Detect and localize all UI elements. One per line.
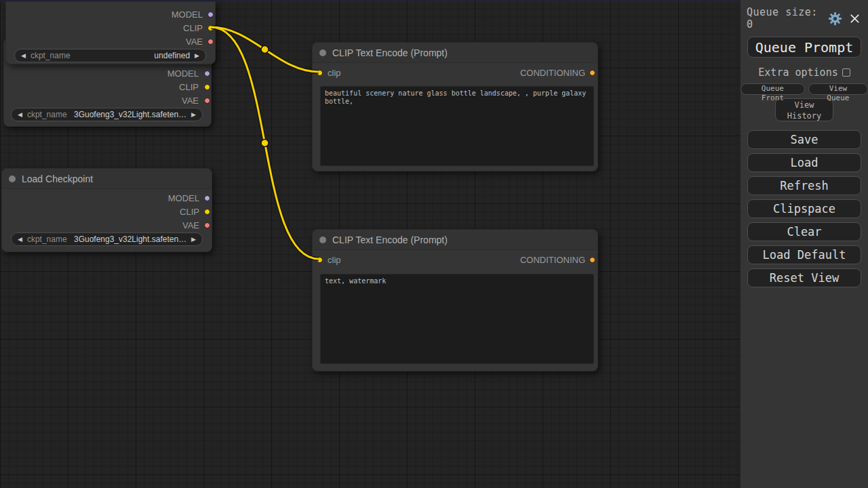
output-slot-vae[interactable]: VAE xyxy=(2,218,212,232)
node-clip-text-encode-positive[interactable]: CLIP Text Encode (Prompt) clip CONDITION… xyxy=(312,42,598,171)
view-history-label-line1: View xyxy=(776,100,833,111)
queue-size-label: Queue size: 0 xyxy=(747,6,827,30)
conditioning-connector-icon[interactable] xyxy=(589,70,595,76)
output-slot-vae[interactable]: VAE xyxy=(6,35,215,48)
output-slot-conditioning[interactable]: CONDITIONING xyxy=(313,66,597,79)
slot-label: MODEL xyxy=(172,9,203,20)
collapse-dot-icon[interactable] xyxy=(319,49,326,56)
extra-options-label: Extra options xyxy=(758,66,837,79)
node-title-bar[interactable]: CLIP Text Encode (Prompt) xyxy=(313,43,597,63)
output-slot-clip[interactable]: CLIP xyxy=(6,21,215,35)
prompt-text-input[interactable]: text, watermark xyxy=(320,274,594,364)
clip-connector-icon[interactable] xyxy=(204,84,210,90)
wire-clip-to-positive xyxy=(211,27,319,72)
output-slot-model[interactable]: MODEL xyxy=(6,7,215,21)
node-clip-text-encode-negative[interactable]: CLIP Text Encode (Prompt) clip CONDITION… xyxy=(312,229,598,371)
node-title-bar[interactable]: Load Checkpoint xyxy=(2,169,212,189)
slot-label: CLIP xyxy=(179,82,199,92)
wire-clip-to-negative xyxy=(211,27,319,259)
slot-label: CLIP xyxy=(180,207,199,217)
widget-label: ckpt_name xyxy=(27,110,67,119)
extra-options-checkbox[interactable] xyxy=(842,68,850,77)
link-midpoint-dot xyxy=(261,46,269,54)
widget-label: ckpt_name xyxy=(31,51,71,60)
next-arrow-icon[interactable]: ▶ xyxy=(191,112,196,118)
model-connector-icon[interactable] xyxy=(204,70,210,77)
model-connector-icon[interactable] xyxy=(204,195,210,201)
clip-connector-icon[interactable] xyxy=(208,25,214,31)
slot-label: MODEL xyxy=(167,68,199,79)
clipspace-button[interactable]: Clipspace xyxy=(747,199,861,218)
node-graph-canvas[interactable]: MODEL CLIP VAE ◀ ckpt_name 3Guofeng3_v32… xyxy=(0,0,741,488)
node-title: Load Checkpoint xyxy=(22,174,93,184)
vae-connector-icon[interactable] xyxy=(204,98,210,104)
output-slot-conditioning[interactable]: CONDITIONING xyxy=(313,253,597,266)
output-slot-clip[interactable]: CLIP xyxy=(4,80,211,94)
prev-arrow-icon[interactable]: ◀ xyxy=(21,53,26,59)
link-midpoint-dot xyxy=(261,140,269,147)
prompt-text-input[interactable]: beautiful scenery nature glass bottle la… xyxy=(320,86,594,166)
node-load-checkpoint-front[interactable]: MODEL CLIP VAE ◀ ckpt_name undefined ▶ xyxy=(5,1,216,64)
slot-label: CONDITIONING xyxy=(520,255,585,265)
slot-label: VAE xyxy=(186,37,203,47)
close-icon[interactable] xyxy=(847,11,862,26)
ckpt-name-widget[interactable]: ◀ ckpt_name 3Guofeng3_v32Light.safeten… … xyxy=(11,232,203,246)
slot-label: CLIP xyxy=(183,23,203,33)
widget-value: undefined xyxy=(75,51,190,60)
refresh-button[interactable]: Refresh xyxy=(747,176,861,195)
node-title: CLIP Text Encode (Prompt) xyxy=(332,235,448,245)
collapse-dot-icon[interactable] xyxy=(9,176,16,182)
slot-label: VAE xyxy=(182,96,199,106)
slot-label: MODEL xyxy=(168,193,199,203)
vae-connector-icon[interactable] xyxy=(204,222,210,228)
load-button[interactable]: Load xyxy=(747,153,861,172)
queue-buttons-row: Queue Front View Queue xyxy=(741,83,868,95)
node-title: CLIP Text Encode (Prompt) xyxy=(332,47,448,58)
ckpt-name-widget[interactable]: ◀ ckpt_name undefined ▶ xyxy=(14,49,206,62)
queue-prompt-button[interactable]: Queue Prompt xyxy=(747,37,861,58)
output-slot-vae[interactable]: VAE xyxy=(4,94,211,107)
node-load-checkpoint[interactable]: Load Checkpoint MODEL CLIP VAE ◀ ckpt_na… xyxy=(1,168,212,252)
output-slot-model[interactable]: MODEL xyxy=(4,66,211,80)
collapse-dot-icon[interactable] xyxy=(319,237,326,243)
view-history-label-line2: History xyxy=(776,111,833,122)
settings-gear-icon[interactable] xyxy=(827,11,842,26)
extra-options-row: Extra options xyxy=(741,66,868,79)
widget-label: ckpt_name xyxy=(27,235,67,244)
prev-arrow-icon[interactable]: ◀ xyxy=(18,237,22,243)
ckpt-name-widget[interactable]: ◀ ckpt_name 3Guofeng3_v32Light.safeten… … xyxy=(11,108,203,121)
output-slot-clip[interactable]: CLIP xyxy=(2,205,212,218)
clip-connector-icon[interactable] xyxy=(204,209,210,215)
widget-value: 3Guofeng3_v32Light.safeten… xyxy=(72,235,186,244)
widget-value: 3Guofeng3_v32Light.safeten… xyxy=(72,110,186,119)
comfy-menu: Queue size: 0 xyxy=(741,0,868,488)
node-title-bar[interactable]: CLIP Text Encode (Prompt) xyxy=(313,230,597,250)
view-queue-button[interactable]: View Queue xyxy=(808,83,868,95)
conditioning-connector-icon[interactable] xyxy=(589,257,595,263)
model-connector-icon[interactable] xyxy=(208,12,214,18)
next-arrow-icon[interactable]: ▶ xyxy=(195,53,199,59)
slot-label: CONDITIONING xyxy=(520,68,585,78)
save-button[interactable]: Save xyxy=(747,130,861,149)
reset-view-button[interactable]: Reset View xyxy=(747,268,861,287)
comfyui-app: MODEL CLIP VAE ◀ ckpt_name 3Guofeng3_v32… xyxy=(0,0,868,488)
queue-status-row: Queue size: 0 xyxy=(741,6,868,30)
output-slot-model[interactable]: MODEL xyxy=(2,191,212,205)
load-default-button[interactable]: Load Default xyxy=(747,245,861,264)
prev-arrow-icon[interactable]: ◀ xyxy=(18,112,22,118)
menu-button-stack: Save Load Refresh Clipspace Clear Load D… xyxy=(741,130,868,287)
next-arrow-icon[interactable]: ▶ xyxy=(191,237,196,243)
slot-label: VAE xyxy=(182,220,199,230)
vae-connector-icon[interactable] xyxy=(208,39,214,45)
queue-front-button[interactable]: Queue Front xyxy=(741,83,805,95)
clear-button[interactable]: Clear xyxy=(747,222,861,241)
